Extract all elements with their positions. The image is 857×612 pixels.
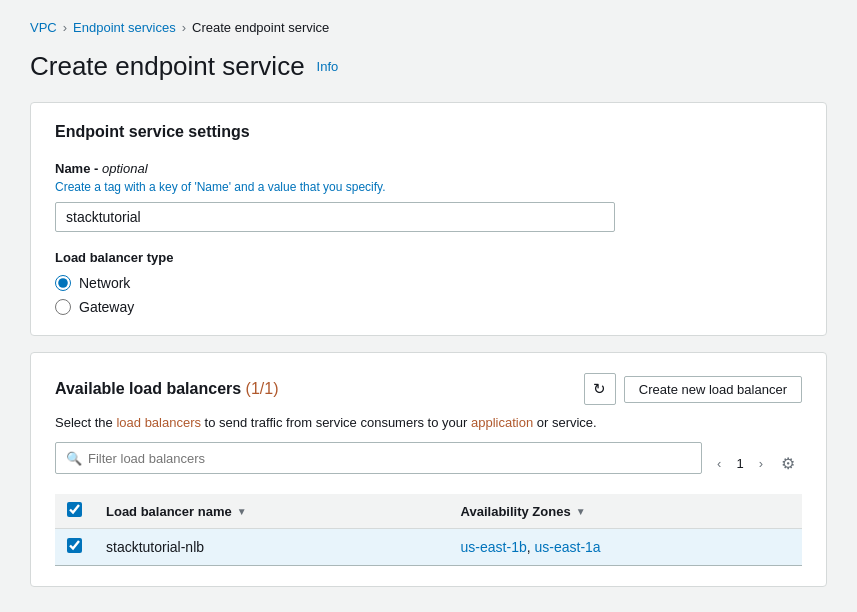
header-lb-name: Load balancer name ▼ [94,494,449,529]
name-field-label: Name - optional [55,161,802,176]
lb-type-network-label: Network [79,275,130,291]
name-field-hint: Create a tag with a key of 'Name' and a … [55,180,802,194]
select-all-checkbox[interactable] [67,502,82,517]
page-title: Create endpoint service [30,51,305,82]
page-title-row: Create endpoint service Info [30,51,827,82]
lb-type-network-option[interactable]: Network [55,275,802,291]
prev-page-button[interactable]: ‹ [710,451,728,476]
lb-type-label: Load balancer type [55,250,802,265]
lb-type-gateway-label: Gateway [79,299,134,315]
create-lb-button[interactable]: Create new load balancer [624,376,802,403]
row-az: us-east-1b, us-east-1a [449,529,802,566]
available-lb-header: Available load balancers (1/1) ↻ Create … [55,373,802,405]
breadcrumb-sep-2: › [182,20,186,35]
row-checkbox[interactable] [67,538,82,553]
breadcrumb-vpc[interactable]: VPC [30,20,57,35]
settings-button[interactable]: ⚙ [774,449,802,478]
application-link[interactable]: application [471,415,533,430]
search-bar[interactable]: 🔍 [55,442,702,474]
lb-table: Load balancer name ▼ Availability Zones … [55,494,802,566]
refresh-button[interactable]: ↻ [584,373,616,405]
search-input[interactable] [88,451,691,466]
az-sort-icon: ▼ [576,506,586,517]
search-pagination-row: 🔍 ‹ 1 › ⚙ [55,442,802,484]
available-lb-actions: ↻ Create new load balancer [584,373,802,405]
az-1-link[interactable]: us-east-1b [461,539,527,555]
info-link[interactable]: Info [317,59,339,74]
available-lb-description: Select the load balancers to send traffi… [55,415,802,430]
az-2-link[interactable]: us-east-1a [535,539,601,555]
lb-type-gateway-radio[interactable] [55,299,71,315]
header-checkbox-col [55,494,94,529]
table-row: stacktutorial-nlb us-east-1b, us-east-1a [55,529,802,566]
available-lb-card: Available load balancers (1/1) ↻ Create … [30,352,827,587]
row-lb-name: stacktutorial-nlb [94,529,449,566]
endpoint-settings-card: Endpoint service settings Name - optiona… [30,102,827,336]
next-page-button[interactable]: › [752,451,770,476]
pagination: ‹ 1 › ⚙ [710,449,802,478]
load-balancers-link[interactable]: load balancers [116,415,201,430]
name-field-group: Name - optional Create a tag with a key … [55,161,802,232]
header-az: Availability Zones ▼ [449,494,802,529]
available-lb-count: (1/1) [246,380,279,397]
available-lb-title: Available load balancers (1/1) [55,380,279,398]
lb-type-gateway-option[interactable]: Gateway [55,299,802,315]
endpoint-settings-title: Endpoint service settings [55,123,802,141]
name-input[interactable] [55,202,615,232]
breadcrumb-create: Create endpoint service [192,20,329,35]
breadcrumb-endpoint-services[interactable]: Endpoint services [73,20,176,35]
lb-name-sort-icon: ▼ [237,506,247,517]
search-icon: 🔍 [66,451,82,466]
lb-type-section: Load balancer type Network Gateway [55,250,802,315]
row-checkbox-cell [55,529,94,566]
pagination-current: 1 [732,456,747,471]
refresh-icon: ↻ [593,380,606,398]
lb-type-radio-group: Network Gateway [55,275,802,315]
breadcrumb: VPC › Endpoint services › Create endpoin… [30,20,827,35]
breadcrumb-sep-1: › [63,20,67,35]
lb-type-network-radio[interactable] [55,275,71,291]
